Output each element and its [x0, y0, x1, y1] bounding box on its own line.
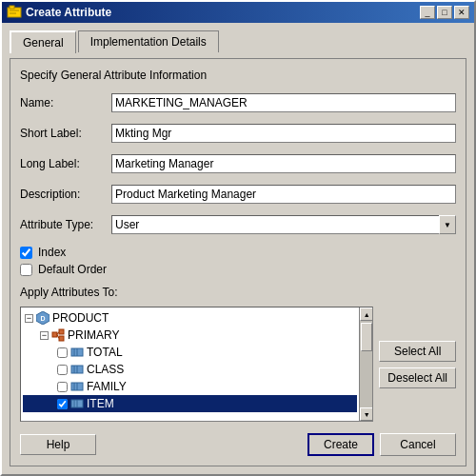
index-checkbox[interactable] [20, 247, 32, 259]
tree-buttons: Select All Deselect All [379, 307, 456, 422]
deselect-all-button[interactable]: Deselect All [379, 367, 456, 388]
class-member-icon [69, 362, 85, 377]
primary-label: PRIMARY [68, 328, 119, 342]
name-label: Name: [20, 96, 106, 109]
create-attribute-window: Create Attribute _ □ ✕ General Implement… [0, 0, 476, 476]
title-bar-buttons: _ □ ✕ [420, 6, 469, 19]
expand-primary[interactable]: − [40, 331, 49, 340]
scroll-up-button[interactable]: ▲ [360, 307, 373, 321]
name-row: Name: [20, 93, 456, 112]
description-row: Description: [20, 185, 456, 204]
attribute-type-row: Attribute Type: User String Number Date … [20, 215, 456, 234]
default-order-checkbox[interactable] [20, 264, 32, 276]
description-label: Description: [20, 188, 106, 201]
total-checkbox[interactable] [57, 347, 68, 358]
maximize-button[interactable]: □ [437, 6, 452, 19]
window-title: Create Attribute [26, 6, 111, 19]
product-dim-icon: D [35, 310, 50, 326]
class-checkbox[interactable] [57, 365, 68, 375]
family-member-icon [69, 379, 85, 394]
create-button[interactable]: Create [307, 433, 374, 456]
item-checkbox[interactable] [57, 399, 68, 409]
index-label: Index [38, 246, 66, 259]
tab-bar: General Implementation Details [10, 30, 466, 52]
short-label-input[interactable] [111, 124, 456, 143]
long-label-label: Long Label: [20, 157, 106, 170]
family-label: FAMILY [87, 380, 127, 393]
attribute-type-label: Attribute Type: [20, 218, 106, 231]
default-order-row: Default Order [20, 263, 456, 276]
name-input[interactable] [111, 93, 456, 112]
tree-container: − D PRODUCT [20, 307, 373, 422]
tab-implementation[interactable]: Implementation Details [78, 30, 219, 52]
product-label: PRODUCT [52, 311, 109, 325]
help-button[interactable]: Help [20, 434, 96, 455]
svg-rect-6 [52, 332, 57, 337]
tree-item-total[interactable]: TOTAL [23, 344, 357, 361]
title-bar: Create Attribute _ □ ✕ [2, 2, 474, 23]
select-all-button[interactable]: Select All [379, 341, 456, 362]
bottom-buttons: Help Create Cancel [20, 429, 456, 456]
tree-item-family[interactable]: FAMILY [23, 378, 357, 395]
long-label-input[interactable] [111, 154, 456, 173]
checkboxes-section: Index Default Order [20, 246, 456, 276]
tab-general[interactable]: General [10, 30, 76, 53]
scrollbar-track [360, 321, 372, 407]
expand-product[interactable]: − [25, 314, 33, 323]
scroll-down-button[interactable]: ▼ [360, 407, 373, 421]
svg-text:D: D [40, 315, 45, 322]
tree-item-item[interactable]: ITEM [23, 395, 357, 412]
window-content: General Implementation Details Specify G… [2, 23, 474, 474]
item-member-icon [69, 396, 85, 411]
svg-rect-8 [59, 336, 64, 341]
svg-rect-7 [59, 329, 64, 334]
tree-inner: − D PRODUCT [21, 307, 372, 421]
tab-panel-general: Specify General Attribute Information Na… [10, 58, 466, 466]
primary-hier-icon [50, 327, 66, 343]
tree-item-primary[interactable]: − PRIMA [23, 327, 357, 344]
scrollbar-thumb[interactable] [361, 323, 372, 351]
close-button[interactable]: ✕ [454, 6, 469, 19]
tree-items: − D PRODUCT [21, 307, 359, 414]
tree-item-product[interactable]: − D PRODUCT [23, 309, 357, 327]
short-label-label: Short Label: [20, 127, 106, 140]
window-icon [7, 5, 22, 20]
bottom-right-buttons: Create Cancel [307, 433, 456, 456]
attribute-type-select[interactable]: User String Number Date [111, 215, 456, 234]
minimize-button[interactable]: _ [420, 6, 435, 19]
tree-item-class[interactable]: CLASS [23, 361, 357, 378]
total-label: TOTAL [87, 346, 123, 359]
index-row: Index [20, 246, 456, 259]
title-bar-left: Create Attribute [7, 5, 111, 20]
description-input[interactable] [111, 185, 456, 204]
attribute-type-wrapper: User String Number Date ▼ [111, 215, 456, 234]
svg-rect-1 [10, 6, 14, 9]
family-checkbox[interactable] [57, 382, 68, 392]
item-label: ITEM [87, 397, 114, 410]
class-label: CLASS [87, 363, 124, 376]
default-order-label: Default Order [38, 263, 107, 276]
long-label-row: Long Label: [20, 154, 456, 173]
apply-label: Apply Attributes To: [20, 286, 456, 299]
section-title: Specify General Attribute Information [20, 69, 456, 82]
short-label-row: Short Label: [20, 124, 456, 143]
tree-section: − D PRODUCT [20, 307, 456, 422]
cancel-button[interactable]: Cancel [380, 433, 456, 456]
tree-scrollbar: ▲ ▼ [359, 307, 372, 421]
total-member-icon [69, 345, 85, 360]
